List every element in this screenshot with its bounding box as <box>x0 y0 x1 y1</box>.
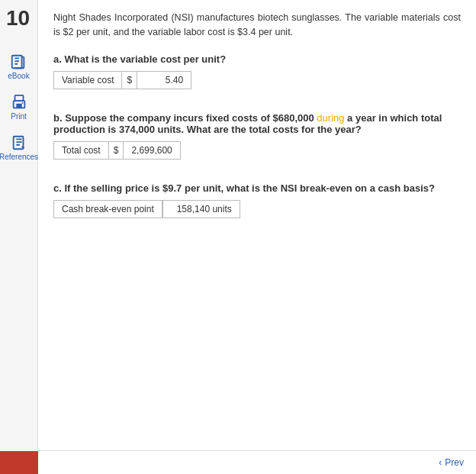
sidebar-label-ebook: eBook <box>8 72 29 80</box>
sidebar-item-print[interactable]: Print <box>11 94 27 121</box>
section-c-value[interactable]: 158,140 units <box>163 201 240 218</box>
red-bar <box>0 451 38 474</box>
section-a-answer-row: Variable cost $ 5.40 <box>53 71 191 89</box>
sidebar-label-references: References <box>0 153 38 161</box>
section-b-dollar: $ <box>109 142 124 159</box>
print-icon <box>11 94 27 111</box>
problem-text: Night Shades Incorporated (NSI) manufact… <box>53 11 461 40</box>
bottom-nav: ‹ Prev <box>38 450 476 474</box>
prev-arrow-icon: ‹ <box>439 457 442 468</box>
section-c: c. If the selling price is $9.7 per unit… <box>53 182 461 218</box>
section-a-question: a. What is the variable cost per unit? <box>53 53 461 65</box>
svg-rect-1 <box>14 95 23 101</box>
main-content: Night Shades Incorporated (NSI) manufact… <box>38 0 476 252</box>
book-icon <box>10 53 27 70</box>
section-c-question: c. If the selling price is $9.7 per unit… <box>53 182 461 194</box>
section-b-answer-row: Total cost $ 2,699,600 <box>53 141 181 160</box>
sidebar: eBook Print References <box>0 0 38 474</box>
sidebar-label-print: Print <box>11 112 27 121</box>
page-number: 10 <box>6 6 30 31</box>
section-c-bold-label: c. <box>53 182 62 194</box>
prev-button[interactable]: ‹ Prev <box>439 457 464 468</box>
section-b-answer-label: Total cost <box>54 142 109 159</box>
section-b-question: b. Suppose the company incurs fixed cost… <box>53 112 461 135</box>
section-a-value[interactable]: 5.40 <box>137 72 191 89</box>
sidebar-item-references[interactable]: References <box>0 134 38 161</box>
prev-label: Prev <box>445 457 464 468</box>
svg-point-4 <box>21 102 23 104</box>
section-b-bold-label: b. <box>53 112 63 124</box>
section-c-answer-row: Cash break-even point 158,140 units <box>53 200 240 218</box>
section-a: a. What is the variable cost per unit? V… <box>53 53 461 89</box>
section-c-answer-label: Cash break-even point <box>54 201 162 218</box>
section-b-highlight: during <box>317 112 344 124</box>
section-b-value[interactable]: 2,699,600 <box>124 142 179 159</box>
sidebar-item-ebook[interactable]: eBook <box>8 53 29 80</box>
svg-rect-3 <box>16 104 21 108</box>
section-a-answer-label: Variable cost <box>54 72 122 89</box>
section-b: b. Suppose the company incurs fixed cost… <box>53 112 461 160</box>
references-icon <box>11 134 27 151</box>
section-a-label: a. What is the variable cost per unit? <box>53 53 226 65</box>
section-a-dollar: $ <box>122 72 137 89</box>
